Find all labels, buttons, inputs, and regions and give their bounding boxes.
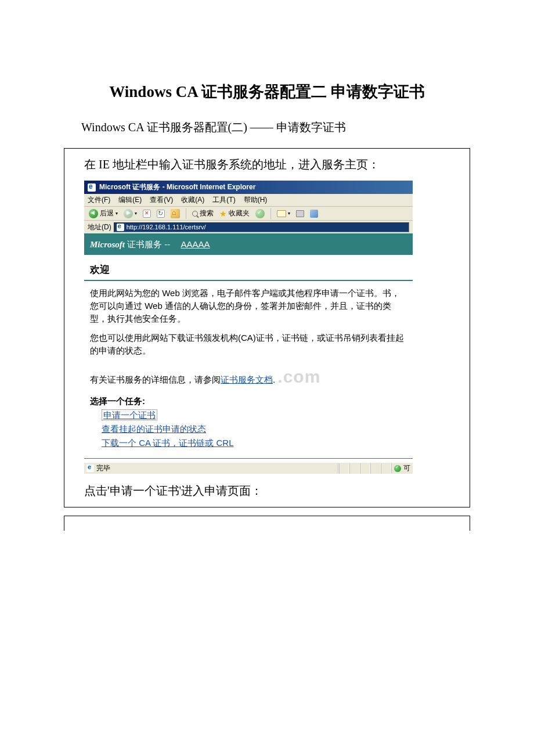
status-done: 完毕	[96, 463, 110, 473]
ie-icon	[117, 224, 124, 231]
intro-paragraph-2: 您也可以使用此网站下载证书颁发机构(CA)证书，证书链，或证书吊销列表看挂起的申…	[84, 332, 413, 364]
history-icon	[255, 209, 265, 218]
search-label: 搜索	[200, 208, 214, 218]
divider	[84, 280, 413, 281]
search-icon	[192, 211, 198, 217]
doc-subtitle: Windows CA 证书服务器配置(二) —— 申请数字证书	[81, 120, 470, 135]
edit-button[interactable]	[309, 210, 319, 218]
window-title: Microsoft 证书服务 - Microsoft Internet Expl…	[99, 182, 255, 192]
ms-brand: Microsoft	[90, 240, 125, 249]
back-button[interactable]: 后退▾	[88, 208, 119, 218]
forward-button[interactable]: ▾	[122, 209, 138, 218]
ie-icon	[88, 183, 96, 192]
caret-icon: ▾	[288, 211, 290, 216]
menubar: 文件(F) 编辑(E) 查看(V) 收藏(A) 工具(T) 帮助(H)	[84, 194, 413, 207]
para3-text: 有关证书服务的详细信息，请参阅	[90, 375, 221, 384]
divider	[84, 458, 413, 459]
stop-icon	[143, 210, 151, 218]
window-titlebar: Microsoft 证书服务 - Microsoft Internet Expl…	[84, 181, 413, 194]
address-bar: 地址(D) http://192.168.1.111/certsrv/	[84, 221, 413, 233]
security-zone: 可	[391, 463, 413, 473]
home-icon	[171, 209, 180, 218]
mail-icon	[277, 210, 286, 217]
fav-label: 收藏夹	[229, 208, 250, 218]
stop-button[interactable]	[142, 210, 152, 218]
menu-file[interactable]: 文件(F)	[88, 195, 110, 205]
back-icon	[89, 209, 98, 218]
menu-view[interactable]: 查看(V)	[150, 195, 173, 205]
intro-paragraph-3: 有关证书服务的详细信息，请参阅证书服务文档. .com	[84, 364, 413, 397]
certsrv-body: 欢迎 使用此网站为您的 Web 浏览器，电子邮件客户端或其他程序申请一个证书。书…	[84, 255, 413, 462]
instruction-card: 在 IE 地址栏中输入证书服务系统的地址，进入服务主页： Microsoft 证…	[64, 148, 470, 507]
home-button[interactable]	[169, 209, 181, 218]
task-download-ca[interactable]: 下载一个 CA 证书，证书链或 CRL	[102, 438, 234, 448]
menu-tools[interactable]: 工具(T)	[212, 195, 235, 205]
favorites-button[interactable]: ★收藏夹	[218, 208, 251, 218]
print-button[interactable]	[295, 210, 305, 217]
header-text: 证书服务 --	[125, 239, 173, 249]
ie-window: Microsoft 证书服务 - Microsoft Internet Expl…	[84, 181, 413, 474]
back-label: 后退	[100, 208, 114, 218]
star-icon: ★	[219, 210, 227, 218]
status-cells	[338, 463, 391, 474]
intro-note: 在 IE 地址栏中输入证书服务系统的地址，进入服务主页：	[84, 157, 470, 172]
edit-icon	[310, 210, 318, 218]
cert-docs-link[interactable]: 证书服务文档	[221, 375, 273, 384]
print-icon	[296, 210, 304, 217]
separator	[186, 208, 186, 219]
ie-icon	[86, 465, 94, 472]
menu-help[interactable]: 帮助(H)	[244, 195, 268, 205]
intro-paragraph-1: 使用此网站为您的 Web 浏览器，电子邮件客户端或其他程序申请一个证书。书，您可…	[84, 287, 413, 332]
address-input[interactable]: http://192.168.1.111/certsrv/	[114, 222, 409, 232]
certsrv-header: Microsoft 证书服务 -- AAAAA	[84, 233, 413, 255]
toolbar: 后退▾ ▾ 搜索 ★收藏夹 ▾	[84, 207, 413, 221]
ca-name-link[interactable]: AAAAA	[181, 239, 210, 249]
doc-title: Windows CA 证书服务器配置二 申请数字证书	[64, 81, 470, 102]
task-view-pending[interactable]: 查看挂起的证书申请的状态	[102, 424, 206, 434]
status-bar: 完毕 可	[84, 462, 413, 474]
menu-edit[interactable]: 编辑(E)	[118, 195, 142, 205]
caret-icon: ▾	[135, 211, 137, 216]
menu-favorites[interactable]: 收藏(A)	[181, 195, 204, 205]
period: .	[273, 375, 275, 384]
history-button[interactable]	[254, 209, 266, 218]
trusted-icon	[394, 465, 401, 472]
forward-icon	[124, 209, 133, 218]
address-label: 地址(D)	[88, 222, 111, 232]
mail-button[interactable]: ▾	[276, 210, 291, 217]
address-url: http://192.168.1.111/certsrv/	[127, 224, 206, 231]
tasks-heading: 选择一个任务:	[84, 396, 413, 408]
watermark: .com	[277, 367, 320, 386]
refresh-icon	[157, 210, 165, 218]
zone-label: 可	[403, 463, 410, 473]
caret-icon: ▾	[116, 211, 118, 216]
search-button[interactable]: 搜索	[191, 208, 215, 218]
welcome-heading: 欢迎	[84, 255, 413, 280]
separator	[270, 208, 271, 219]
task-request-cert[interactable]: 申请一个证书	[102, 409, 157, 420]
refresh-button[interactable]	[156, 210, 166, 218]
task-list: 申请一个证书 查看挂起的证书申请的状态 下载一个 CA 证书，证书链或 CRL	[84, 408, 413, 453]
next-card-top	[64, 516, 470, 531]
after-note: 点击'申请一个证书'进入申请页面：	[84, 483, 470, 499]
